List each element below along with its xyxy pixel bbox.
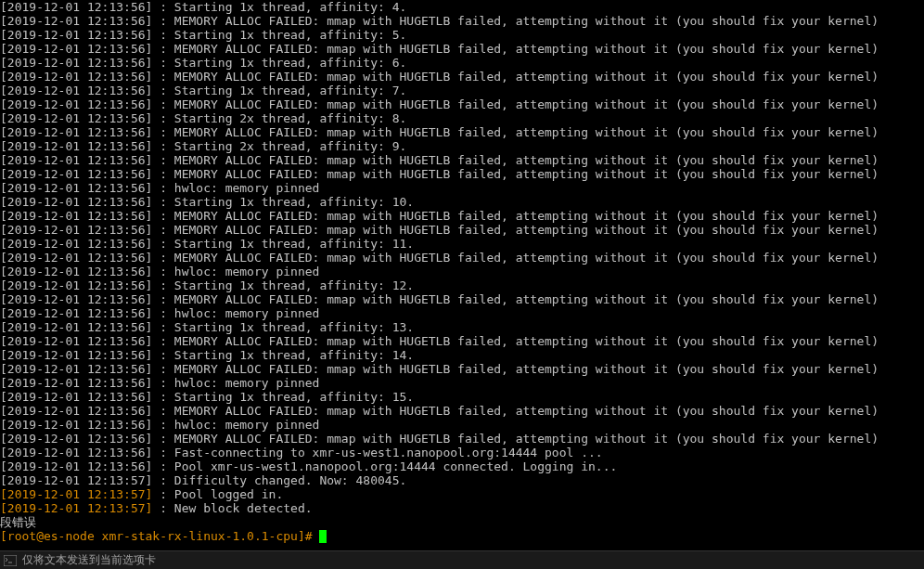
log-message: : MEMORY ALLOC FAILED: mmap with HUGETLB… — [152, 209, 879, 223]
log-timestamp: [2019-12-01 12:13:56] — [0, 446, 152, 459]
log-line: [2019-12-01 12:13:56] : MEMORY ALLOC FAI… — [0, 14, 924, 28]
log-message: : MEMORY ALLOC FAILED: mmap with HUGETLB… — [152, 334, 879, 348]
log-line: [2019-12-01 12:13:56] : MEMORY ALLOC FAI… — [0, 97, 924, 111]
log-message: : Fast-connecting to xmr-us-west1.nanopo… — [152, 446, 602, 459]
log-line: [2019-12-01 12:13:56] : MEMORY ALLOC FAI… — [0, 153, 924, 167]
log-message: : MEMORY ALLOC FAILED: mmap with HUGETLB… — [152, 362, 879, 376]
log-message: : MEMORY ALLOC FAILED: mmap with HUGETLB… — [152, 432, 879, 446]
log-line: [2019-12-01 12:13:56] : MEMORY ALLOC FAI… — [0, 209, 924, 223]
log-line: [2019-12-01 12:13:56] : Starting 1x thre… — [0, 56, 924, 70]
log-line: [2019-12-01 12:13:56] : MEMORY ALLOC FAI… — [0, 251, 924, 265]
log-timestamp: [2019-12-01 12:13:56] — [0, 320, 152, 334]
log-line: [2019-12-01 12:13:56] : MEMORY ALLOC FAI… — [0, 167, 924, 181]
log-message: : Starting 1x thread, affinity: 4. — [152, 0, 406, 14]
log-line: [2019-12-01 12:13:56] : hwloc: memory pi… — [0, 181, 924, 195]
log-message: : Starting 1x thread, affinity: 5. — [152, 28, 406, 42]
log-line: [2019-12-01 12:13:57] : Difficulty chang… — [0, 473, 924, 487]
log-message: : Starting 1x thread, affinity: 6. — [152, 56, 406, 70]
log-message: : Starting 1x thread, affinity: 7. — [152, 84, 406, 97]
shell-prompt-line[interactable]: [root@es-node xmr-stak-rx-linux-1.0.1-cp… — [0, 529, 924, 543]
log-message: : MEMORY ALLOC FAILED: mmap with HUGETLB… — [152, 125, 879, 139]
log-message: : Starting 1x thread, affinity: 10. — [152, 195, 414, 209]
log-timestamp: [2019-12-01 12:13:56] — [0, 362, 152, 376]
log-timestamp: [2019-12-01 12:13:56] — [0, 0, 152, 14]
log-line: [2019-12-01 12:13:56] : Starting 1x thre… — [0, 348, 924, 362]
log-timestamp: [2019-12-01 12:13:56] — [0, 42, 152, 56]
log-timestamp: [2019-12-01 12:13:56] — [0, 292, 152, 306]
statusbar: 仅将文本发送到当前选项卡 — [0, 550, 924, 569]
cursor — [319, 530, 327, 543]
log-message: : MEMORY ALLOC FAILED: mmap with HUGETLB… — [152, 14, 879, 28]
log-timestamp: [2019-12-01 12:13:57] — [0, 501, 152, 515]
log-timestamp: [2019-12-01 12:13:56] — [0, 376, 152, 390]
log-message: : Pool logged in. — [152, 487, 283, 501]
log-message: : Starting 1x thread, affinity: 11. — [152, 237, 414, 251]
log-line: [2019-12-01 12:13:57] : New block detect… — [0, 501, 924, 515]
log-message: : MEMORY ALLOC FAILED: mmap with HUGETLB… — [152, 251, 879, 265]
log-timestamp: [2019-12-01 12:13:56] — [0, 432, 152, 446]
log-timestamp: [2019-12-01 12:13:56] — [0, 84, 152, 97]
shell-prompt: [root@es-node xmr-stak-rx-linux-1.0.1-cp… — [0, 529, 319, 543]
log-timestamp: [2019-12-01 12:13:56] — [0, 418, 152, 432]
log-message: : Pool xmr-us-west1.nanopool.org:14444 c… — [152, 459, 617, 473]
log-line: [2019-12-01 12:13:56] : Starting 1x thre… — [0, 390, 924, 404]
log-message: : MEMORY ALLOC FAILED: mmap with HUGETLB… — [152, 292, 879, 306]
log-line: [2019-12-01 12:13:56] : Starting 1x thre… — [0, 278, 924, 292]
log-timestamp: [2019-12-01 12:13:56] — [0, 348, 152, 362]
terminal-icon — [4, 555, 17, 566]
log-line: [2019-12-01 12:13:56] : Starting 2x thre… — [0, 139, 924, 153]
log-line: [2019-12-01 12:13:56] : Fast-connecting … — [0, 446, 924, 459]
log-timestamp: [2019-12-01 12:13:56] — [0, 28, 152, 42]
log-message: : Starting 1x thread, affinity: 14. — [152, 348, 414, 362]
segfault-message: 段错误 — [0, 515, 924, 529]
log-line: [2019-12-01 12:13:56] : MEMORY ALLOC FAI… — [0, 404, 924, 418]
log-timestamp: [2019-12-01 12:13:56] — [0, 306, 152, 320]
log-timestamp: [2019-12-01 12:13:56] — [0, 70, 152, 84]
log-timestamp: [2019-12-01 12:13:56] — [0, 390, 152, 404]
log-message: : hwloc: memory pinned — [152, 306, 319, 320]
log-timestamp: [2019-12-01 12:13:56] — [0, 181, 152, 195]
log-message: : MEMORY ALLOC FAILED: mmap with HUGETLB… — [152, 97, 879, 111]
log-line: [2019-12-01 12:13:56] : Starting 1x thre… — [0, 28, 924, 42]
log-line: [2019-12-01 12:13:56] : MEMORY ALLOC FAI… — [0, 432, 924, 446]
log-line: [2019-12-01 12:13:56] : MEMORY ALLOC FAI… — [0, 362, 924, 376]
log-message: : Starting 2x thread, affinity: 8. — [152, 111, 406, 125]
log-message: : hwloc: memory pinned — [152, 376, 319, 390]
log-timestamp: [2019-12-01 12:13:56] — [0, 97, 152, 111]
log-line: [2019-12-01 12:13:56] : hwloc: memory pi… — [0, 418, 924, 432]
log-message: : MEMORY ALLOC FAILED: mmap with HUGETLB… — [152, 42, 879, 56]
log-timestamp: [2019-12-01 12:13:56] — [0, 125, 152, 139]
log-message: : Difficulty changed. Now: 480045. — [152, 473, 406, 487]
log-timestamp: [2019-12-01 12:13:56] — [0, 459, 152, 473]
log-line: [2019-12-01 12:13:56] : MEMORY ALLOC FAI… — [0, 70, 924, 84]
log-message: : hwloc: memory pinned — [152, 181, 319, 195]
log-timestamp: [2019-12-01 12:13:56] — [0, 265, 152, 278]
log-line: [2019-12-01 12:13:56] : hwloc: memory pi… — [0, 376, 924, 390]
log-message: : MEMORY ALLOC FAILED: mmap with HUGETLB… — [152, 70, 879, 84]
log-message: : Starting 2x thread, affinity: 9. — [152, 139, 406, 153]
log-timestamp: [2019-12-01 12:13:56] — [0, 153, 152, 167]
log-timestamp: [2019-12-01 12:13:56] — [0, 111, 152, 125]
log-timestamp: [2019-12-01 12:13:57] — [0, 487, 152, 501]
log-line: [2019-12-01 12:13:56] : Starting 1x thre… — [0, 237, 924, 251]
log-message: : hwloc: memory pinned — [152, 265, 319, 278]
log-line: [2019-12-01 12:13:56] : MEMORY ALLOC FAI… — [0, 42, 924, 56]
log-message: : MEMORY ALLOC FAILED: mmap with HUGETLB… — [152, 153, 879, 167]
log-line: [2019-12-01 12:13:56] : MEMORY ALLOC FAI… — [0, 334, 924, 348]
log-timestamp: [2019-12-01 12:13:56] — [0, 334, 152, 348]
log-timestamp: [2019-12-01 12:13:56] — [0, 237, 152, 251]
terminal-output[interactable]: [2019-12-01 12:13:56] : Starting 1x thre… — [0, 0, 924, 550]
log-timestamp: [2019-12-01 12:13:56] — [0, 251, 152, 265]
log-timestamp: [2019-12-01 12:13:57] — [0, 473, 152, 487]
log-line: [2019-12-01 12:13:56] : Starting 2x thre… — [0, 111, 924, 125]
log-message: : New block detected. — [152, 501, 312, 515]
log-line: [2019-12-01 12:13:56] : Starting 1x thre… — [0, 320, 924, 334]
svg-rect-0 — [4, 555, 17, 566]
log-line: [2019-12-01 12:13:56] : hwloc: memory pi… — [0, 306, 924, 320]
log-line: [2019-12-01 12:13:56] : Pool xmr-us-west… — [0, 459, 924, 473]
log-timestamp: [2019-12-01 12:13:56] — [0, 56, 152, 70]
log-timestamp: [2019-12-01 12:13:56] — [0, 139, 152, 153]
log-line: [2019-12-01 12:13:57] : Pool logged in. — [0, 487, 924, 501]
log-message: : MEMORY ALLOC FAILED: mmap with HUGETLB… — [152, 404, 879, 418]
log-message: : hwloc: memory pinned — [152, 418, 319, 432]
